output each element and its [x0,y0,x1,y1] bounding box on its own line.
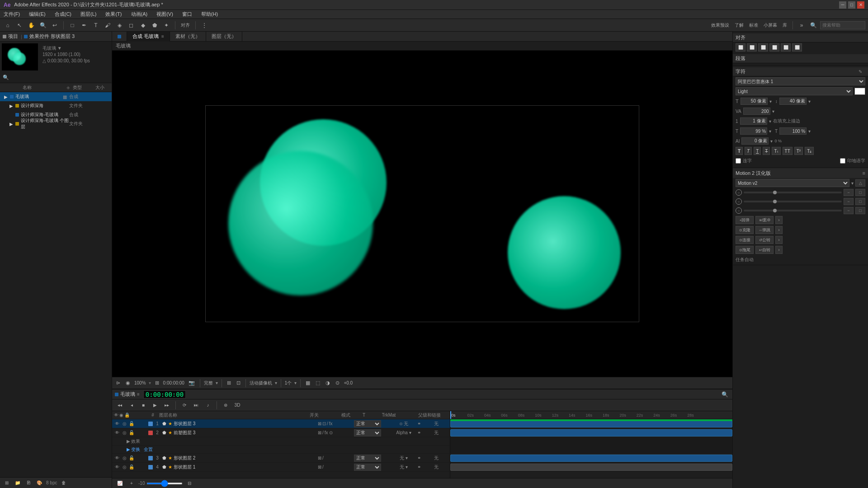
brush-tool[interactable]: 🖌 [103,20,113,30]
autorotate-btn[interactable]: ↩ 自转 [755,246,774,254]
search-help-input[interactable] [820,21,865,29]
motion-slider-3-reset[interactable]: □ [855,207,865,214]
tab-project[interactable]: 项目 [8,33,18,40]
switch-4-1[interactable]: ⊠ [318,465,321,469]
snapshot-btn[interactable]: 📷 [187,380,196,386]
motion-menu-icon[interactable]: ≡ [863,170,865,176]
timeline-settings-icon[interactable]: ≡ [137,392,140,397]
parent-chain-icon-2[interactable]: ⚭ [417,430,423,435]
align-left-btn[interactable]: ⬜ [736,43,745,52]
bounce-btn[interactable]: + 回弹 [736,216,754,224]
sub-row-transform[interactable]: ▶ 变换 全置 [112,446,450,454]
motion-slider-2-circle[interactable]: ○ [736,198,742,205]
item-name[interactable]: 设计师深海 [21,103,69,109]
font-style-select[interactable]: Light [736,87,853,95]
expand-transform-icon[interactable]: ▶ [126,447,131,452]
tl-stop[interactable]: ■ [138,400,148,410]
switch-2-2[interactable]: / [322,430,324,435]
font-size-input[interactable] [741,98,768,105]
eye-icon[interactable]: 👁 [114,430,120,435]
motion-slider-1[interactable] [744,192,842,193]
menu-help[interactable]: 帮助(H) [199,11,220,18]
list-item[interactable]: ▶ 设计师深海 文件夹 [0,101,112,110]
interpret-btn[interactable]: 🖹 [24,479,33,487]
tl-3d[interactable]: 3D [232,400,242,410]
tl-motion-blur[interactable]: ⊛ [221,400,231,410]
list-item[interactable]: ▶ 设计师深海-毛玻璃 个图层 文件夹 [0,119,112,128]
tl-frame-fwd[interactable]: ▸▸ [162,400,172,410]
viewer-exposure[interactable]: ◑ [324,380,331,386]
tl-search-btn[interactable]: 🔍 [720,389,730,399]
item-name[interactable]: 设计师深海-毛玻璃 [21,112,69,118]
motion-slider-1-circle[interactable]: ○ [736,189,742,196]
size-dropdown-icon[interactable]: ▾ [769,99,772,104]
va-input[interactable] [743,108,770,115]
ease-btn[interactable]: ≋ 缓冲 [755,216,774,224]
maximize-button[interactable]: □ [848,1,855,9]
solo-icon[interactable]: ◎ [121,465,127,469]
switch-icon-2[interactable]: ⊡ [322,421,326,426]
tab-effects-controls[interactable]: 效果控件 形状图层 3 [29,33,75,40]
parent-chain-icon-3[interactable]: ⚭ [417,455,423,460]
menu-comp[interactable]: 合成(C) [53,11,73,18]
pin-tool[interactable]: ✦ [161,20,171,30]
text-tool[interactable]: T [91,20,101,30]
tl-collapse[interactable]: ⊟ [184,479,194,488]
scale-h-dropdown[interactable]: ▾ [808,129,811,134]
motion-version-dropdown[interactable]: ▾ [851,181,854,186]
camera-dropdown-icon[interactable]: ▾ [275,380,277,385]
more-btn-4[interactable]: › [775,246,783,254]
va-dropdown-icon[interactable]: ▾ [772,109,774,114]
layer-row[interactable]: 👁 ◎ 🔓 4 ⬟ ★ 形状图层 1 ⊠ / [112,463,450,472]
project-search-input[interactable] [11,75,109,80]
layer-2-mode[interactable]: 正常 [354,429,381,436]
motion-slider-3[interactable] [744,210,842,211]
menu-edit[interactable]: 编辑(E) [27,11,47,18]
switch-3-2[interactable]: / [322,455,324,460]
layer-2-name[interactable]: 前塑图层 3 [173,430,318,436]
new-comp-btn[interactable]: ⊞ [3,479,11,487]
strikethrough-btn[interactable]: T [763,147,770,155]
lock-icon[interactable]: 🔓 [128,421,135,426]
comp-tab-settings-icon[interactable]: ≡ [161,34,164,39]
leading-input[interactable] [779,98,807,105]
viewer-ram-preview[interactable]: ◉ [124,380,132,386]
motion-slider-2[interactable] [744,201,842,202]
minimize-button[interactable]: ─ [839,1,846,9]
switch-2-1[interactable]: ⊠ [318,430,321,435]
viewer-render[interactable]: ▦ [304,380,311,386]
viewer-always-preview[interactable]: ⊳ [115,380,122,386]
playhead[interactable] [450,411,451,419]
list-item[interactable]: ▶ 毛玻璃 ▦ 合成 [0,92,112,101]
shape-tool[interactable]: ⬟ [150,20,160,30]
new-folder-btn[interactable]: 📁 [14,479,22,487]
underline-btn[interactable]: T [754,147,761,155]
motion-slider-1-minus[interactable]: − [844,189,854,196]
menu-effect[interactable]: 效果(T) [104,11,123,18]
more-btn-2[interactable]: › [775,226,783,234]
color-btn[interactable]: 🎨 [35,479,43,487]
timeline-timecode[interactable]: 0:00:00:00 [143,390,186,399]
tab-comp-maoboli[interactable]: 合成 毛玻璃 ≡ [127,32,170,42]
layer-row[interactable]: 👁 ◎ 🔓 3 ⬟ ★ 形状图层 2 ⊠ / [112,454,450,463]
menu-view[interactable]: 视图(V) [155,11,175,18]
clone-btn[interactable]: ⊙ 克隆 [736,226,754,234]
parent-chain-icon-4[interactable]: ⚭ [417,465,423,469]
expand-effects-icon[interactable]: ▶ [126,439,131,444]
pen-tool[interactable]: ✒ [79,20,89,30]
motion-slider-2-reset[interactable]: □ [855,198,865,205]
rect-tool[interactable]: □ [67,20,77,30]
align-bottom-btn[interactable]: ⬜ [792,43,802,52]
home-tool[interactable]: ⌂ [3,20,13,30]
eye-icon[interactable]: 👁 [114,465,120,469]
align-center-h-btn[interactable]: ⬜ [747,43,757,52]
allcaps-btn[interactable]: TT [783,147,793,155]
subscript-btn[interactable]: T₂ [805,147,814,155]
eye-icon[interactable]: 👁 [114,455,120,460]
tl-zoom-slider[interactable] [146,483,183,484]
scale-h-input[interactable] [779,127,807,135]
font-name-select[interactable]: 阿里巴巴普惠体 1 [736,77,865,85]
hand-tool[interactable]: ✋ [26,20,36,30]
more-btn-1[interactable]: › [775,216,783,224]
switch-icon-4[interactable]: fx [329,421,333,426]
